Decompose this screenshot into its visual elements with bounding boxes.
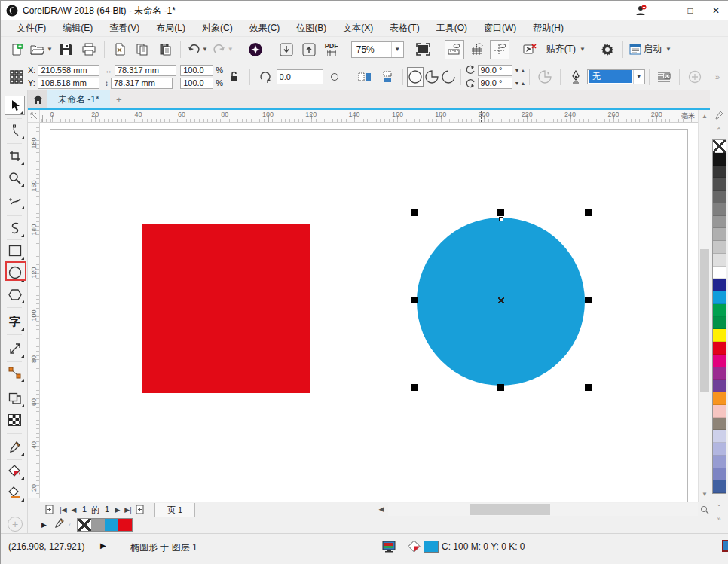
end-angle-spinner[interactable]: ▼▲: [515, 81, 526, 86]
vertical-scrollbar[interactable]: ▲ ▼: [698, 110, 710, 502]
import-button[interactable]: [277, 40, 296, 59]
menu-item-2[interactable]: 查看(V): [101, 20, 148, 36]
palette-expand-button[interactable]: »: [712, 514, 726, 524]
add-preset-button[interactable]: [685, 67, 705, 87]
scroll-down-arrow[interactable]: ▼: [699, 489, 711, 500]
selection-handle-bottom-right[interactable]: [585, 384, 592, 391]
x-position-input[interactable]: [38, 65, 99, 76]
color-swatch[interactable]: [713, 430, 726, 443]
transparency-tool[interactable]: [5, 410, 25, 430]
color-swatch[interactable]: [713, 405, 726, 418]
start-angle-input[interactable]: [478, 65, 512, 76]
menu-item-1[interactable]: 编辑(E): [54, 20, 101, 36]
selection-handle-bottom-left[interactable]: [411, 384, 418, 391]
ellipse-mode-button[interactable]: [407, 67, 424, 87]
selection-handle-middle-right[interactable]: [585, 297, 592, 303]
fullscreen-preview-button[interactable]: [414, 40, 433, 59]
color-swatch[interactable]: [713, 329, 726, 342]
mirror-vertical-button[interactable]: [378, 67, 397, 87]
show-rulers-button[interactable]: [445, 40, 464, 59]
y-position-input[interactable]: [38, 78, 99, 89]
zoom-tool[interactable]: [5, 168, 25, 187]
freehand-tool[interactable]: [5, 191, 25, 210]
object-height-input[interactable]: [111, 78, 173, 89]
color-swatch[interactable]: [713, 241, 726, 254]
connector-tool[interactable]: [5, 363, 25, 383]
red-square-shape[interactable]: [142, 224, 310, 393]
color-swatch[interactable]: [713, 418, 726, 431]
object-center-marker[interactable]: [498, 297, 504, 303]
close-button[interactable]: ✕: [703, 1, 728, 20]
open-dropdown-arrow[interactable]: ▼: [47, 46, 53, 53]
dimension-tool[interactable]: [5, 339, 25, 358]
copy-button[interactable]: [133, 40, 152, 59]
selection-handle-bottom-center[interactable]: [497, 384, 504, 391]
pick-tool[interactable]: [5, 96, 25, 115]
fill-status[interactable]: C: 100 M: 0 Y: 0 K: 0: [408, 540, 525, 553]
menu-item-10[interactable]: 窗口(W): [476, 20, 525, 36]
search-content-button[interactable]: [246, 40, 265, 59]
color-swatch[interactable]: [713, 456, 726, 468]
rectangle-tool[interactable]: [5, 241, 25, 261]
shape-tool[interactable]: [5, 120, 25, 140]
color-swatch[interactable]: [713, 380, 726, 392]
color-swatch[interactable]: [713, 317, 726, 330]
doc-color-swatch[interactable]: [105, 519, 118, 531]
start-angle-spinner[interactable]: ▼▲: [515, 68, 526, 73]
object-width-input[interactable]: [115, 65, 176, 76]
snap-to-dropdown[interactable]: 贴齐(T) ▼: [543, 40, 586, 59]
undo-dropdown-arrow[interactable]: ▼: [202, 46, 208, 53]
palette-eyedropper-icon[interactable]: [712, 110, 726, 120]
color-swatch[interactable]: [713, 216, 726, 229]
pan-zoom-corner-button[interactable]: [699, 503, 710, 516]
color-swatch[interactable]: [713, 166, 726, 178]
document-tab[interactable]: 未命名 -1*: [47, 90, 110, 108]
page-1-tab[interactable]: 页 1: [154, 503, 195, 517]
color-swatch[interactable]: [713, 480, 726, 493]
palette-scroll-down-button[interactable]: ⌄: [712, 498, 726, 509]
selection-handle-middle-left[interactable]: [411, 297, 418, 303]
account-icon[interactable]: [629, 1, 652, 20]
menu-item-5[interactable]: 效果(C): [241, 20, 289, 36]
scroll-left-arrow[interactable]: ◀: [376, 504, 387, 515]
options-gear-button[interactable]: [598, 40, 617, 59]
color-swatch[interactable]: [713, 279, 726, 291]
interactive-fill-tool[interactable]: [5, 461, 25, 480]
first-page-button[interactable]: |◀: [58, 504, 69, 515]
shadow-tool[interactable]: [5, 389, 25, 408]
document-palette-scroll-left[interactable]: ‹: [69, 521, 71, 529]
new-tab-button[interactable]: +: [110, 90, 128, 108]
no-color-swatch[interactable]: [713, 140, 726, 153]
menu-item-7[interactable]: 文本(X): [335, 20, 381, 36]
maximize-button[interactable]: □: [678, 1, 703, 20]
mirror-horizontal-button[interactable]: [355, 67, 375, 87]
color-swatch[interactable]: [713, 392, 726, 405]
menu-item-11[interactable]: 帮助(H): [525, 20, 572, 36]
paste-button[interactable]: [155, 40, 175, 59]
text-wrap-button[interactable]: [654, 67, 674, 87]
lock-ratio-icon[interactable]: [225, 67, 244, 87]
redo-button[interactable]: ▼: [212, 40, 234, 59]
color-swatch[interactable]: [713, 267, 726, 279]
cut-button[interactable]: [110, 40, 130, 59]
arc-mode-button[interactable]: [440, 67, 457, 87]
palette-scroll-up-button[interactable]: ⌃: [712, 125, 726, 136]
menu-item-4[interactable]: 对象(C): [194, 20, 241, 36]
artistic-media-tool[interactable]: [5, 218, 25, 238]
selection-handle-top-left[interactable]: [411, 209, 418, 216]
undo-button[interactable]: ▼: [186, 40, 209, 59]
drawing-canvas[interactable]: [40, 123, 698, 502]
selection-handle-top-right[interactable]: [585, 209, 592, 216]
ellipse-tool[interactable]: [5, 263, 25, 282]
pie-mode-button[interactable]: [424, 67, 440, 87]
zoom-dropdown-arrow[interactable]: ▼: [391, 42, 403, 57]
crop-tool[interactable]: [5, 146, 25, 166]
menu-item-0[interactable]: 文件(F): [8, 20, 54, 36]
color-swatch[interactable]: [713, 304, 726, 317]
outline-status-icon[interactable]: [722, 540, 728, 552]
polygon-tool[interactable]: [5, 285, 25, 304]
horizontal-scrollbar-thumb[interactable]: [470, 504, 550, 515]
previous-page-button[interactable]: ◀: [69, 504, 79, 515]
next-page-button[interactable]: ▶: [112, 504, 123, 515]
horizontal-scrollbar[interactable]: [388, 503, 698, 516]
